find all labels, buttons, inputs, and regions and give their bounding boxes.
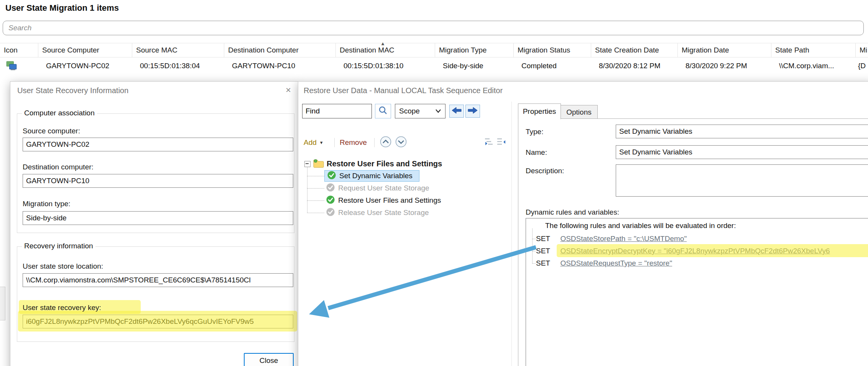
close-icon[interactable]: ×	[286, 85, 291, 95]
tree-item-label: Request User State Storage	[338, 184, 429, 192]
add-button[interactable]: Add ▼	[304, 135, 324, 150]
rules-intro: The following rules and variables will b…	[545, 222, 736, 230]
cell-destination-mac: 00:15:5D:01:38:10	[336, 57, 435, 74]
cell-migration-status: Completed	[514, 57, 591, 74]
navigate-forward-button[interactable]	[465, 105, 480, 118]
add-label: Add	[304, 138, 317, 147]
tree-item-restore-user-files[interactable]: Restore User Files and Settings	[326, 195, 441, 206]
expand-tree-button[interactable]	[484, 137, 495, 148]
rule-prefix: SET	[536, 259, 550, 267]
remove-label: Remove	[340, 138, 367, 147]
editor-dialog-title: Restore User Data - Manual LOCAL Task Se…	[304, 86, 503, 95]
cell-source-mac: 00:15:5D:01:38:04	[132, 57, 224, 74]
column-header-truncated[interactable]: Mi	[856, 43, 868, 57]
search-icon	[378, 105, 388, 117]
tree-expander[interactable]	[304, 161, 311, 167]
tree-item-request-user-state-storage[interactable]: Request User State Storage	[326, 182, 429, 194]
back-arrow-icon	[452, 107, 462, 116]
rule-link-osdstateencryptdecryptkey[interactable]: OSDStateEncryptDecryptKey = "i60gFJ2L8ny…	[560, 247, 830, 255]
page-title: User State Migration 1 items	[5, 3, 119, 13]
collapse-tree-button[interactable]	[496, 137, 507, 148]
rule-row-1: SET OSDStateStorePath = "c:\USMTDemo"	[536, 233, 687, 245]
close-button[interactable]: Close	[244, 353, 294, 366]
tab-options[interactable]: Options	[560, 105, 598, 119]
column-header-migration-date[interactable]: Migration Date	[678, 43, 771, 57]
name-field[interactable]: Set Dynamic Variables	[616, 145, 868, 159]
find-search-button[interactable]	[375, 104, 391, 118]
column-header-destination-mac[interactable]: Destination MAC	[336, 43, 435, 57]
rules-guide-stub-1	[532, 239, 536, 239]
column-header-state-creation-date[interactable]: State Creation Date	[591, 43, 678, 57]
computer-association-group: Computer association Source computer: GA…	[17, 113, 294, 233]
step-enabled-check-icon	[327, 171, 336, 181]
table-row[interactable]: GARYTOWN-PC02 00:15:5D:01:38:04 GARYTOWN…	[0, 57, 868, 74]
tree-guide-stub-4	[307, 213, 324, 213]
step-disabled-check-icon	[326, 183, 335, 194]
type-label: Type:	[526, 128, 543, 136]
column-header-migration-type[interactable]: Migration Type	[435, 43, 514, 57]
cell-state-path: \\CM.corp.viam...	[771, 57, 856, 74]
navigate-back-button[interactable]	[449, 105, 464, 118]
destination-computer-label: Destination computer:	[23, 163, 94, 171]
rule-row-3: SET OSDStateRequestType = "restore"	[536, 258, 672, 269]
remove-button[interactable]: Remove	[340, 135, 367, 150]
move-down-button[interactable]	[395, 136, 407, 149]
tree-item-set-dynamic-variables[interactable]: Set Dynamic Variables	[324, 170, 419, 182]
ts-editor-dialog: Restore User Data - Manual LOCAL Task Se…	[298, 81, 868, 366]
tree-guide-stub-1	[307, 176, 324, 176]
name-label: Name:	[526, 148, 547, 157]
collapse-all-icon	[380, 136, 392, 149]
rules-guide-stub-3	[532, 263, 536, 264]
panel-splitter[interactable]	[511, 102, 512, 366]
sort-ascending-icon: ▲	[380, 41, 385, 46]
column-header-source-mac[interactable]: Source MAC	[132, 43, 224, 57]
column-header-state-path[interactable]: State Path	[771, 43, 856, 57]
cell-source-computer: GARYTOWN-PC02	[38, 57, 132, 74]
find-input[interactable]	[302, 104, 372, 118]
tab-properties[interactable]: Properties	[518, 103, 561, 119]
collapse-tree-icon	[496, 137, 506, 148]
move-up-button[interactable]	[380, 136, 392, 149]
scope-dropdown[interactable]: Scope	[395, 104, 446, 118]
store-location-field[interactable]: \\CM.corp.viamonstra.com\SMPSTOREE_CE6C6…	[23, 273, 293, 287]
rule-link-osdstatestorepath[interactable]: OSDStateStorePath = "c:\USMTDemo"	[560, 235, 687, 243]
expand-tree-icon	[484, 137, 494, 148]
migration-type-field[interactable]: Side-by-side	[23, 211, 293, 225]
background-scrollbar	[0, 287, 5, 320]
step-disabled-check-icon	[326, 207, 335, 218]
cell-state-creation-date: 8/30/2020 8:12 PM	[591, 57, 678, 74]
search-input[interactable]	[3, 21, 864, 35]
column-header-icon[interactable]: Icon	[0, 43, 38, 57]
tab-options-label: Options	[566, 108, 591, 117]
tree-item-release-user-state-storage[interactable]: Release User State Storage	[326, 207, 429, 218]
toolbar-separator-2	[374, 138, 375, 147]
step-enabled-check-icon	[326, 195, 335, 206]
cell-migration-type: Side-by-side	[435, 57, 514, 74]
type-field[interactable]: Set Dynamic Variables	[616, 125, 868, 138]
column-header-migration-status[interactable]: Migration Status	[514, 43, 591, 57]
scope-value: Scope	[399, 107, 420, 115]
toolbar-separator	[334, 138, 335, 147]
rule-link-osdstaterequesttype[interactable]: OSDStateRequestType = "restore"	[560, 259, 672, 267]
rule-prefix: SET	[536, 247, 550, 255]
destination-computer-field[interactable]: GARYTOWN-PC10	[23, 174, 293, 188]
tree-item-label: Restore User Files and Settings	[338, 196, 441, 205]
column-header-destination-computer[interactable]: Destination Computer	[224, 43, 336, 57]
rule-row-2: SET OSDStateEncryptDecryptKey = "i60gFJ2…	[536, 245, 830, 257]
tab-properties-label: Properties	[523, 107, 556, 116]
recovery-key-field[interactable]: i60gFJ2L8nywkzpzPtVPMbQcF2dt6Pw26XbeLVy6…	[23, 315, 293, 328]
rule-prefix: SET	[536, 235, 550, 243]
source-computer-field[interactable]: GARYTOWN-PC02	[23, 138, 293, 151]
description-field[interactable]	[616, 164, 868, 197]
migration-type-label: Migration type:	[23, 200, 71, 208]
source-computer-label: Source computer:	[23, 127, 80, 135]
recovery-information-legend: Recovery information	[22, 242, 95, 250]
rules-listbox[interactable]: The following rules and variables will b…	[526, 218, 868, 366]
add-caret-icon: ▼	[319, 140, 324, 145]
rules-guide-line	[532, 228, 533, 263]
recovery-dialog-title: User State Recovery Information	[17, 86, 128, 95]
tree-item-label: Set Dynamic Variables	[339, 172, 413, 180]
column-header-source-computer[interactable]: Source Computer	[38, 43, 132, 57]
tree-root-label[interactable]: Restore User Files and Settings	[327, 159, 442, 168]
cell-destination-computer: GARYTOWN-PC10	[224, 57, 336, 74]
